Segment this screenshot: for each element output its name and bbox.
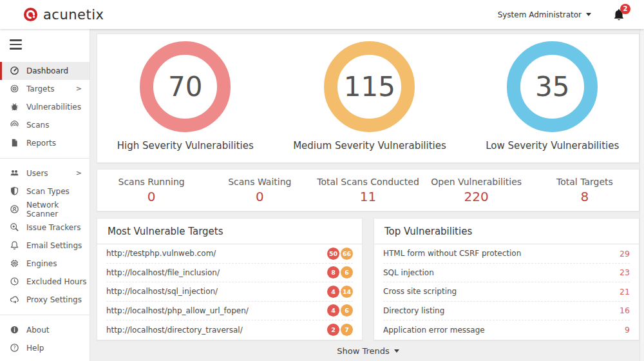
sidebar-item-targets[interactable]: Targets > — [0, 80, 90, 98]
target-row[interactable]: http://localhost/sql_injection/ 414 — [106, 282, 353, 302]
target-row[interactable]: http://localhost/file_inclusion/ 86 — [106, 264, 353, 283]
sidebar-item-engines[interactable]: Engines — [0, 255, 90, 273]
high-count-badge: 4 — [327, 286, 339, 298]
target-url: http://localhost/sql_injection/ — [106, 287, 327, 296]
vulnerability-count: 21 — [620, 287, 630, 297]
sidebar-item-label: Dashboard — [26, 66, 90, 75]
hamburger-icon — [10, 39, 22, 41]
sidebar-item-label: About — [26, 326, 90, 335]
sidebar-item-email-settings[interactable]: Email Settings — [0, 237, 90, 255]
sidebar-divider — [0, 315, 90, 315]
sidebar-item-label: Scans — [26, 121, 90, 130]
medium-count-badge: 6 — [341, 266, 353, 278]
panel-title: Top Vulnerabilities — [374, 219, 639, 244]
svg-text:?: ? — [13, 345, 15, 351]
sidebar-item-label: Vulnerabilities — [26, 102, 90, 112]
low-severity-label: Low Severity Vulnerabilities — [486, 140, 619, 151]
report-icon — [10, 138, 19, 148]
acunetix-logo-icon — [23, 7, 38, 22]
medium-severity-label: Medium Severity Vulnerabilities — [293, 140, 446, 151]
medium-count-badge: 66 — [341, 248, 353, 260]
sidebar-item-about[interactable]: About — [0, 321, 90, 339]
medium-count-badge: 6 — [341, 304, 353, 317]
top-bar: acunetix System Administrator 2 — [0, 0, 644, 29]
top-vulnerabilities-panel: Top Vulnerabilities HTML form without CS… — [374, 218, 639, 340]
target-icon — [10, 84, 19, 93]
high-severity-ring: 70 High Severity Vulnerabilities — [117, 41, 254, 162]
medium-severity-count: 115 — [344, 71, 395, 102]
user-menu-label: System Administrator — [498, 10, 582, 19]
sidebar-item-label: Scan Types — [26, 187, 90, 196]
sidebar-item-label: Reports — [26, 139, 90, 148]
sidebar-item-network-scanner[interactable]: Network Scanner — [0, 200, 90, 219]
vulnerability-row[interactable]: HTML form without CSRF protection 29 — [383, 244, 630, 264]
stat-scans-running: Scans Running 0 — [97, 177, 205, 204]
medium-severity-ring: 115 Medium Severity Vulnerabilities — [293, 41, 446, 162]
dashboard-icon — [10, 66, 19, 75]
sidebar-item-vulnerabilities[interactable]: Vulnerabilities — [0, 98, 90, 116]
sidebar-item-users[interactable]: Users > — [0, 164, 90, 182]
caret-down-icon — [394, 349, 399, 353]
menu-toggle-button[interactable] — [0, 29, 90, 59]
medium-count-badge: 14 — [341, 286, 353, 298]
acunetix-logo[interactable]: acunetix — [23, 7, 104, 23]
stats-panel: Scans Running 0 Scans Waiting 0 Total Sc… — [97, 169, 639, 211]
sidebar-divider — [0, 158, 90, 159]
sidebar-item-label: Excluded Hours — [26, 277, 90, 286]
high-count-badge: 2 — [327, 324, 339, 336]
vulnerability-row[interactable]: Application error message 9 — [383, 320, 630, 340]
target-row[interactable]: http://localhost/php_allow_url_fopen/ 46 — [106, 302, 353, 321]
target-url: http://localhost/directory_traversal/ — [106, 326, 327, 335]
clock-icon — [10, 277, 19, 286]
vulnerability-row[interactable]: SQL injection 23 — [383, 264, 630, 283]
vulnerability-name: HTML form without CSRF protection — [383, 249, 620, 258]
scans-icon — [10, 120, 19, 130]
sidebar-item-issue-trackers[interactable]: Issue Trackers — [0, 219, 90, 237]
brand-text: acunetix — [43, 7, 104, 23]
sidebar-item-label: Users — [26, 169, 76, 178]
cloud-arrow-icon — [10, 295, 19, 304]
vulnerability-count: 16 — [620, 306, 630, 315]
notifications-button[interactable]: 2 — [613, 8, 625, 21]
sidebar-item-excluded-hours[interactable]: Excluded Hours — [0, 273, 90, 291]
sidebar-item-help[interactable]: ? Help — [0, 339, 90, 357]
help-icon: ? — [10, 343, 19, 353]
stat-scans-waiting: Scans Waiting 0 — [205, 177, 314, 204]
sidebar-item-scan-types[interactable]: Scan Types — [0, 182, 90, 200]
panel-title: Most Vulnerable Targets — [97, 219, 362, 244]
sidebar-item-reports[interactable]: Reports — [0, 134, 90, 152]
high-count-badge: 50 — [327, 248, 339, 260]
show-trends-button[interactable]: Show Trends — [97, 340, 639, 361]
sidebar-item-label: Help — [26, 344, 90, 353]
scrollbar-track[interactable] — [639, 29, 644, 361]
target-url: http://testphp.vulnweb.com/ — [106, 249, 327, 258]
severity-rings-panel: 70 High Severity Vulnerabilities 115 Med… — [97, 34, 639, 163]
stat-total-targets: Total Targets 8 — [531, 177, 639, 204]
users-icon — [10, 168, 19, 178]
sidebar-item-label: Engines — [26, 259, 90, 268]
bug-icon — [10, 102, 19, 112]
user-menu[interactable]: System Administrator — [498, 10, 591, 19]
target-row[interactable]: http://localhost/directory_traversal/ 27 — [106, 320, 353, 340]
vulnerability-count: 29 — [620, 249, 630, 259]
info-icon — [10, 325, 19, 335]
main-content: 70 High Severity Vulnerabilities 115 Med… — [90, 29, 644, 361]
sidebar-item-scans[interactable]: Scans — [0, 116, 90, 134]
sidebar-item-label: Network Scanner — [26, 200, 90, 219]
target-url: http://localhost/file_inclusion/ — [106, 268, 327, 277]
sidebar-item-proxy-settings[interactable]: Proxy Settings — [0, 291, 90, 309]
notification-count-badge: 2 — [620, 4, 630, 14]
vulnerability-row[interactable]: Directory listing 16 — [383, 302, 630, 321]
vulnerability-row[interactable]: Cross site scripting 21 — [383, 282, 630, 302]
target-row[interactable]: http://testphp.vulnweb.com/ 5066 — [106, 244, 353, 264]
sidebar-item-label: Issue Trackers — [26, 223, 90, 232]
low-severity-ring: 35 Low Severity Vulnerabilities — [486, 41, 619, 162]
vulnerability-count: 23 — [620, 268, 630, 277]
vulnerability-name: Cross site scripting — [383, 287, 620, 296]
chevron-right-icon: > — [76, 84, 82, 93]
target-url: http://localhost/php_allow_url_fopen/ — [106, 306, 327, 315]
sidebar-item-label: Proxy Settings — [26, 295, 90, 304]
sidebar-item-dashboard[interactable]: Dashboard — [0, 62, 90, 80]
high-count-badge: 4 — [327, 304, 339, 317]
shield-icon — [10, 186, 19, 196]
